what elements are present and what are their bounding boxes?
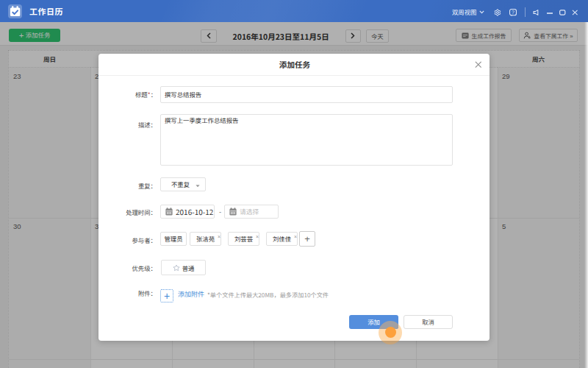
svg-text:?: ? <box>512 10 514 15</box>
